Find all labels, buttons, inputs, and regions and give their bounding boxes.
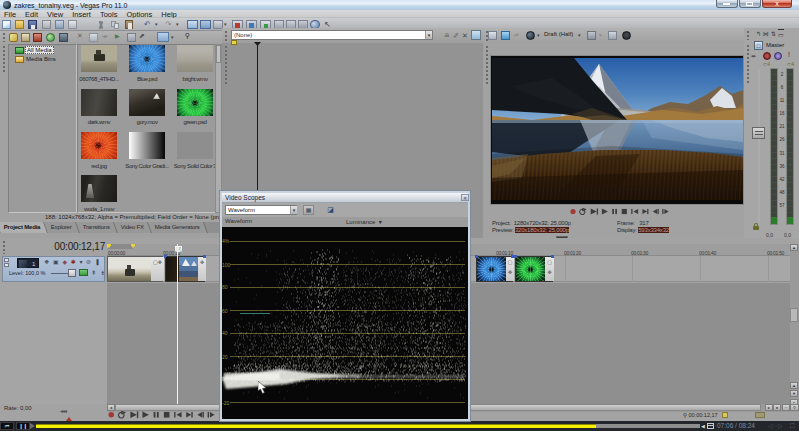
svg-text:40: 40 — [222, 330, 228, 336]
svg-text:20: 20 — [222, 354, 228, 360]
svg-text:4%: 4% — [222, 238, 230, 244]
svg-text:80: 80 — [222, 284, 228, 290]
svg-text:100: 100 — [222, 262, 231, 268]
svg-text:-20: -20 — [222, 400, 229, 406]
svg-text:60: 60 — [222, 308, 228, 314]
